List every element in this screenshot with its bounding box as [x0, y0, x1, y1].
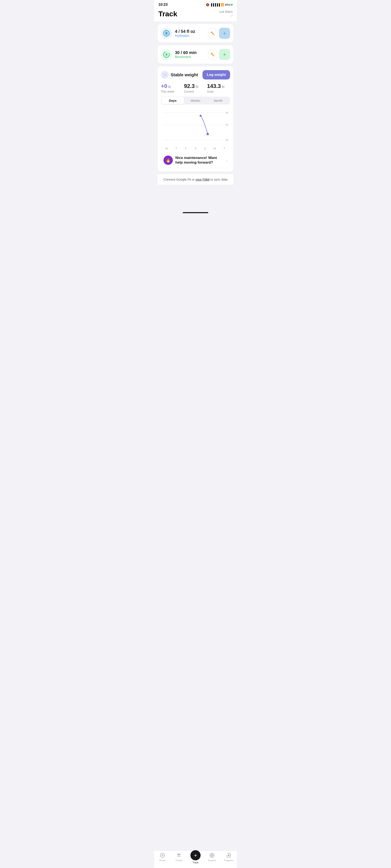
page-header: Track Let them ♡ — [154, 8, 237, 22]
log-weight-button[interactable]: Log weight — [203, 70, 230, 80]
weight-this-week: +0 lb This week — [161, 83, 184, 93]
weight-stats: +0 lb This week 92.3 lb Current 143.3 lb… — [161, 83, 230, 93]
current-label: Current — [184, 90, 207, 93]
hydration-edit-button[interactable]: ✏️ — [208, 29, 217, 38]
tab-weeks[interactable]: Weeks — [184, 97, 207, 104]
current-value: 92.3 lb — [184, 83, 207, 89]
movement-icon-container — [161, 49, 172, 60]
connect-banner: Connect Google Fit or your Fitbit to syn… — [157, 174, 234, 185]
status-bar: 10:23 🔕 ▐▐▐▐▐ 📶 95% — [154, 0, 237, 8]
movement-icon — [163, 51, 170, 58]
chart-svg: 99 95 90 — [161, 108, 230, 146]
x-label-f: F — [181, 147, 191, 150]
hydration-value: 4 / 54 fl oz — [175, 29, 205, 34]
maintenance-text: Nice maintenance! Want help moving forwa… — [175, 156, 223, 165]
x-label-t2: T — [220, 147, 229, 150]
weight-goal: 143.3 lb Goal — [207, 83, 230, 93]
movement-label: Movement — [175, 55, 205, 59]
maintenance-banner[interactable]: 🔥 Nice maintenance! Want help moving for… — [161, 153, 230, 168]
svg-point-8 — [200, 115, 202, 117]
period-tabs: Days Weeks Month — [161, 97, 230, 104]
goal-value: 143.3 lb — [207, 83, 230, 89]
status-time: 10:23 — [158, 3, 168, 7]
movement-add-button[interactable]: + — [219, 49, 230, 60]
hydration-icon-container — [161, 28, 172, 39]
weight-current: 92.3 lb Current — [184, 83, 207, 93]
main-content: 4 / 54 fl oz Hydration ✏️ + 30 / 60 min … — [154, 22, 237, 211]
hydration-card: 4 / 54 fl oz Hydration ✏️ + — [157, 24, 234, 42]
battery: 95% — [225, 3, 233, 6]
x-label-t1: T — [171, 147, 181, 150]
hydration-add-button[interactable]: + — [219, 28, 230, 39]
maintenance-icon: 🔥 — [163, 156, 173, 165]
hydration-icon — [163, 30, 170, 37]
movement-actions: ✏️ + — [208, 49, 230, 60]
movement-info: 30 / 60 min Movement — [175, 50, 205, 59]
hydration-info: 4 / 54 fl oz Hydration — [175, 29, 205, 38]
x-label-m: M — [210, 147, 219, 150]
status-icons: 🔕 ▐▐▐▐▐ 📶 95% — [206, 3, 233, 6]
goal-label: Goal — [207, 90, 230, 93]
battery-text: 95% — [225, 3, 231, 6]
movement-value: 30 / 60 min — [175, 50, 205, 55]
maintenance-chevron-icon: › — [226, 158, 228, 163]
fitbit-link[interactable]: your Fitbit — [196, 178, 210, 181]
x-label-w: W — [162, 147, 171, 150]
weight-status: Stable weight — [171, 72, 198, 78]
this-week-value: +0 lb — [161, 83, 184, 89]
weight-title-row: → Stable weight — [161, 71, 198, 79]
weight-header: → Stable weight Log weight — [161, 70, 230, 80]
chart-x-labels: W T F S S M T — [161, 147, 230, 150]
x-label-s1: S — [191, 147, 200, 150]
mute-icon: 🔕 — [206, 3, 209, 6]
weight-card: → Stable weight Log weight +0 lb This we… — [157, 66, 234, 172]
page-title: Track — [158, 10, 177, 18]
svg-text:90: 90 — [225, 139, 229, 141]
this-week-label: This week — [161, 90, 184, 93]
svg-point-9 — [207, 133, 209, 135]
tab-days[interactable]: Days — [161, 97, 184, 104]
svg-text:95: 95 — [225, 124, 229, 126]
x-label-s2: S — [200, 147, 210, 150]
movement-edit-button[interactable]: ✏️ — [208, 50, 217, 59]
hydration-actions: ✏️ + — [208, 28, 230, 39]
weight-chart: 99 95 90 — [161, 108, 230, 146]
home-indicator — [183, 212, 208, 213]
weight-status-icon: → — [161, 71, 169, 79]
signal-icon: ▐▐▐▐▐ — [210, 3, 220, 6]
battery-dot — [231, 4, 233, 5]
svg-text:99: 99 — [225, 112, 229, 114]
hydration-label: Hydration — [175, 34, 205, 38]
movement-card: 30 / 60 min Movement ✏️ + — [157, 45, 234, 64]
tab-month[interactable]: Month — [207, 97, 230, 104]
header-logo: Let them ♡ — [219, 10, 233, 18]
wifi-icon: 📶 — [221, 3, 224, 6]
